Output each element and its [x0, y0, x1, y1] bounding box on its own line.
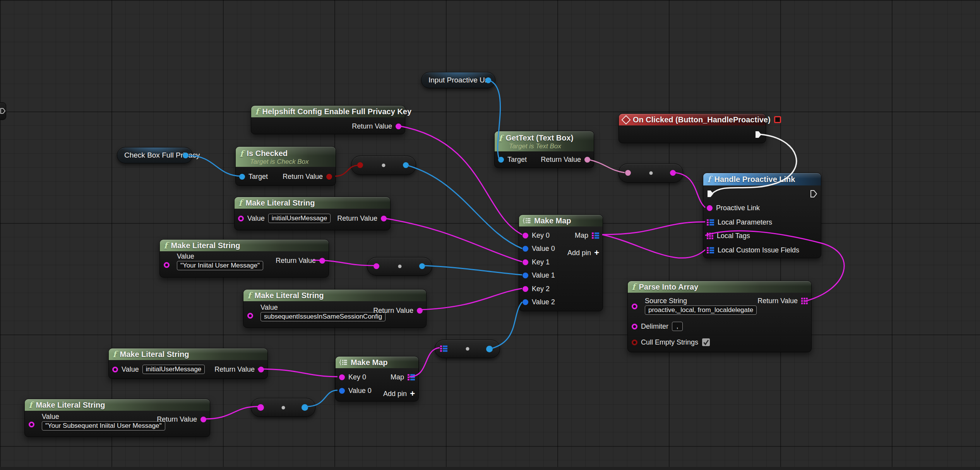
plus-icon: + — [594, 250, 599, 256]
map-input-pin[interactable] — [707, 247, 714, 254]
exec-out-pin[interactable] — [755, 131, 762, 138]
pin-label: Target — [507, 156, 527, 164]
object-input-pin[interactable] — [523, 273, 528, 278]
node-make-map-top[interactable]: Make Map Key 0 Value 0 Key 1 Value 1 Key… — [519, 214, 603, 311]
string-input-pin[interactable] — [373, 263, 379, 269]
node-is-checked[interactable]: f Is Checked Target is Check Box Target … — [235, 146, 336, 186]
node-on-clicked-button-handleproactive[interactable]: On Clicked (Button_HandleProactive) — [618, 113, 766, 143]
text-output-pin[interactable] — [584, 157, 590, 163]
conversion-node-map-to-object[interactable] — [435, 340, 500, 358]
string-output-pin[interactable] — [670, 170, 676, 176]
array-input-pin[interactable] — [707, 233, 713, 239]
conversion-node-string-to-object[interactable] — [367, 257, 432, 276]
node-gettext-text-box[interactable]: f GetText (Text Box) Target is Text Box … — [494, 131, 594, 168]
object-output-pin[interactable] — [302, 404, 308, 411]
bool-output-pin[interactable] — [326, 174, 332, 180]
string-input-pin[interactable] — [257, 404, 264, 411]
wire-mls5-to-conv[interactable] — [202, 407, 258, 419]
string-output-pin[interactable] — [200, 417, 206, 422]
string-input-pin[interactable] — [339, 374, 345, 380]
string-input-pin[interactable] — [247, 313, 253, 319]
source-string-field[interactable]: proactive,_local, from_localdelegate — [645, 305, 757, 315]
variable-node-check-box-full-privacy[interactable]: Check Box Full Privacy — [117, 147, 193, 163]
conversion-node-text-to-string[interactable] — [618, 163, 683, 183]
add-pin-button[interactable]: + Add pin — [383, 390, 415, 398]
wire-mls1-to-map1-key1[interactable] — [382, 218, 522, 262]
string-output-pin[interactable] — [319, 258, 325, 264]
pure-function-icon: f — [29, 401, 32, 409]
node-make-map-bottom[interactable]: Make Map Key 0 Value 0 Map + Add pin — [335, 356, 419, 401]
string-input-pin[interactable] — [707, 205, 713, 211]
exec-out-pin[interactable] — [810, 190, 817, 197]
text-input-pin[interactable] — [625, 170, 631, 176]
object-output-pin[interactable] — [183, 153, 188, 158]
value-field[interactable]: "Your Subsequent Iniital User Message" — [42, 421, 165, 431]
object-output-pin[interactable] — [403, 162, 409, 168]
node-make-literal-string-3[interactable]: f Make Literal String Value subsequentIs… — [243, 289, 427, 328]
node-subtitle: Target is Check Box — [240, 159, 332, 165]
string-input-pin[interactable] — [523, 233, 528, 238]
object-input-pin[interactable] — [498, 157, 504, 163]
conversion-node-bool-to-object[interactable] — [351, 156, 416, 175]
string-input-pin[interactable] — [632, 324, 637, 329]
string-input-pin[interactable] — [238, 216, 244, 221]
exec-out-icon[interactable] — [0, 107, 5, 115]
string-output-pin[interactable] — [417, 308, 423, 314]
node-make-literal-string-5[interactable]: f Make Literal String Value "Your Subseq… — [24, 399, 210, 437]
map-output-pin[interactable] — [592, 232, 599, 239]
node-make-literal-string-1[interactable]: f Make Literal String Value initialUserM… — [234, 197, 391, 230]
value-field[interactable]: initialUserMessage — [268, 214, 331, 223]
value-field[interactable]: initialUserMessage — [142, 365, 205, 374]
map-output-pin[interactable] — [408, 374, 415, 381]
node-parse-into-array[interactable]: f Parse Into Array Source String proacti… — [627, 281, 812, 352]
map-input-pin[interactable] — [707, 219, 714, 226]
node-make-literal-string-2[interactable]: f Make Literal String Value "Your Iniita… — [159, 239, 329, 278]
object-input-pin[interactable] — [523, 299, 528, 305]
node-handle-proactive-link[interactable]: f Handle Proactive Link Proactive Link L… — [703, 173, 821, 258]
bool-input-pin[interactable] — [632, 340, 637, 345]
wire-conv-to-map1-value1[interactable] — [424, 266, 522, 275]
conversion-node-string-to-object-bottom[interactable] — [251, 398, 315, 417]
map-input-pin[interactable] — [440, 345, 447, 352]
bool-input-pin[interactable] — [357, 162, 363, 168]
wire-conv-to-map1-value0[interactable] — [407, 165, 522, 249]
node-helpshift-config-enable-full-privacy-key[interactable]: f Helpshift Config Enable Full Privacy K… — [251, 105, 405, 134]
string-input-pin[interactable] — [523, 286, 528, 292]
object-output-pin[interactable] — [486, 346, 493, 352]
string-input-pin[interactable] — [523, 259, 528, 265]
pin-label: Map — [391, 373, 404, 381]
exec-in-pin[interactable] — [707, 190, 714, 197]
node-make-literal-string-4[interactable]: f Make Literal String Value initialUserM… — [108, 348, 268, 379]
pin-label: Return Value — [157, 415, 197, 424]
object-output-pin[interactable] — [419, 263, 425, 269]
value-field[interactable]: subsequentIssuesInSameSessionConfig — [260, 312, 385, 321]
wire-map1-to-handle-params[interactable] — [602, 222, 705, 235]
string-output-pin[interactable] — [381, 216, 387, 221]
blueprint-canvas[interactable]: Input Proactive Url f Helpshift Config E… — [0, 0, 980, 470]
pin-label: Key 0 — [348, 373, 366, 381]
string-input-pin[interactable] — [112, 367, 118, 372]
string-output-pin[interactable] — [258, 367, 264, 372]
delimiter-field[interactable]: , — [672, 322, 683, 331]
array-output-pin[interactable] — [801, 298, 808, 304]
string-input-pin[interactable] — [29, 422, 34, 427]
node-title: Make Map — [534, 216, 571, 225]
string-input-pin[interactable] — [164, 262, 170, 268]
delegate-pin-icon[interactable] — [774, 116, 781, 123]
object-input-pin[interactable] — [239, 174, 245, 180]
variable-node-input-proactive-url[interactable]: Input Proactive Url — [421, 72, 495, 88]
checkbox-checked-icon[interactable] — [702, 338, 710, 346]
pin-label: Delimiter — [641, 322, 668, 331]
string-output-pin[interactable] — [396, 124, 401, 129]
object-input-pin[interactable] — [523, 246, 528, 252]
wire-map1-to-handle-fields[interactable] — [602, 235, 705, 258]
pin-label: Key 1 — [532, 258, 550, 266]
add-pin-button[interactable]: + Add pin — [567, 249, 599, 257]
wire-mls3-to-map1-key2[interactable] — [420, 288, 522, 310]
wire-mls4-to-map2-key0[interactable] — [258, 369, 338, 377]
object-output-pin[interactable] — [485, 77, 491, 83]
conversion-dot-icon — [649, 172, 653, 175]
object-input-pin[interactable] — [339, 388, 345, 394]
value-field[interactable]: "Your Iniital User Message" — [177, 261, 263, 270]
string-input-pin[interactable] — [632, 304, 637, 309]
